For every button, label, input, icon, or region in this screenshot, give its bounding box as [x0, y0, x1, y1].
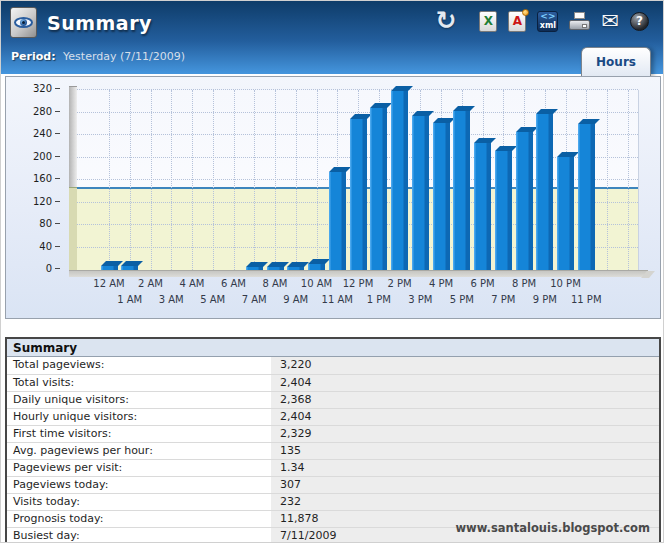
pageviews-document-eye-icon	[10, 7, 37, 38]
refresh-icon[interactable]: ↻	[435, 10, 456, 32]
table-row-label: Prognosis today:	[7, 511, 271, 527]
x-axis-label: 9 PM	[533, 294, 557, 305]
summary-table: Summary Total pageviews:3,220Total visit…	[5, 337, 661, 543]
table-row-label: Total visits:	[7, 375, 271, 391]
table-row-label: Pageviews today:	[7, 477, 271, 493]
x-axis-label: 4 AM	[179, 278, 204, 289]
table-row-label: Pageviews per visit:	[7, 460, 271, 476]
y-axis-label: 320	[6, 83, 60, 94]
period-bar: Period: Yesterday (7/11/2009)	[11, 50, 185, 63]
x-axis-label: 10 AM	[301, 278, 332, 289]
bar-top-face	[370, 103, 392, 108]
pdf-letter: A	[513, 15, 522, 27]
chart-panel: 12 AM1 AM2 AM3 AM4 AM5 AM6 AM7 AM8 AM9 A…	[5, 76, 661, 319]
export-xml-icon[interactable]: <> xml	[537, 11, 558, 32]
table-row: Hourly unique visitors:2,404	[7, 408, 659, 425]
y-axis-label: 280	[6, 106, 60, 117]
table-row-label: Total pageviews:	[7, 357, 271, 374]
bar-11pm	[578, 124, 595, 270]
printer-light	[582, 24, 587, 28]
help-icon[interactable]: ?	[630, 12, 649, 31]
print-icon[interactable]	[569, 12, 590, 30]
bar-4pm	[433, 123, 450, 270]
x-axis-label: 11 AM	[322, 294, 353, 305]
y-axis-label: 120	[6, 196, 60, 207]
table-row-value: 232	[271, 494, 659, 510]
table-row-value: 135	[271, 443, 659, 459]
stats-widget: Summary ↻ X A <> xml ✉ ? Perio	[0, 0, 664, 543]
export-pdf-icon[interactable]: A	[508, 11, 526, 32]
watermark: www.santalouis.blogspot.com	[455, 521, 650, 535]
toolbar: ↻ X A <> xml ✉ ?	[435, 10, 649, 32]
table-row: Daily unique visitors:2,368	[7, 391, 659, 408]
page-title: Summary	[47, 12, 152, 34]
chart-floor-3d	[69, 270, 648, 277]
gridline-vertical	[213, 90, 214, 270]
table-row-label: First time visitors:	[7, 426, 271, 442]
y-axis-label: 40	[6, 241, 60, 252]
y-axis-label: 160	[6, 173, 60, 184]
gridline-vertical	[275, 90, 276, 270]
table-row: Pageviews today:307	[7, 476, 659, 493]
bar-top-face	[516, 127, 538, 132]
gridline-vertical	[151, 90, 152, 270]
gridline-vertical	[628, 90, 629, 270]
x-axis-label: 6 PM	[470, 278, 494, 289]
bar-10pm	[557, 157, 574, 270]
gridline-vertical	[192, 90, 193, 270]
table-row-label: Avg. pageviews per hour:	[7, 443, 271, 459]
excel-letter: X	[484, 15, 493, 27]
table-row: Avg. pageviews per hour:135	[7, 442, 659, 459]
table-row-label: Busiest day:	[7, 528, 271, 543]
y-axis-label: 0	[6, 263, 60, 274]
x-axis-label: 8 PM	[512, 278, 536, 289]
bar-5pm	[453, 111, 470, 270]
bar-9pm	[536, 114, 553, 270]
bar-3pm	[412, 116, 429, 270]
x-axis-label: 5 AM	[200, 294, 225, 305]
x-axis-label: 8 AM	[262, 278, 287, 289]
gridline-vertical	[171, 90, 172, 270]
gridline-vertical	[607, 90, 608, 270]
x-axis-label: 2 PM	[387, 278, 411, 289]
y-axis-label: 80	[6, 218, 60, 229]
table-row-value: 2,404	[271, 409, 659, 425]
x-axis-label: 2 AM	[138, 278, 163, 289]
gridline-vertical	[234, 90, 235, 270]
x-axis-label: 5 PM	[450, 294, 474, 305]
x-axis-label: 1 AM	[117, 294, 142, 305]
y-axis-label: 200	[6, 151, 60, 162]
bar-top-face	[578, 119, 600, 124]
bar-top-face	[329, 167, 351, 172]
bar-top-face	[495, 146, 517, 151]
summary-rows: Total pageviews:3,220Total visits:2,404D…	[7, 357, 659, 543]
summary-table-title: Summary	[7, 339, 659, 357]
table-row: Pageviews per visit:1.34	[7, 459, 659, 476]
x-axis-label: 7 AM	[242, 294, 267, 305]
bar-top-face	[350, 114, 372, 119]
bar-top-face	[433, 118, 455, 123]
export-excel-icon[interactable]: X	[479, 11, 497, 32]
table-row-value: 2,329	[271, 426, 659, 442]
bar-2pm	[391, 91, 408, 270]
x-axis-label: 12 AM	[93, 278, 124, 289]
bar-7pm	[495, 151, 512, 270]
table-row: Total pageviews:3,220	[7, 357, 659, 374]
plot-area	[77, 90, 639, 270]
period-value: Yesterday (7/11/2009)	[63, 50, 185, 63]
pdf-star-badge	[522, 9, 529, 16]
gridline-vertical	[254, 90, 255, 270]
xml-angle-brackets: <>	[540, 12, 555, 21]
gridline-vertical	[296, 90, 297, 270]
email-icon[interactable]: ✉	[601, 12, 619, 30]
bar-top-face	[412, 111, 434, 116]
tab-hours[interactable]: Hours	[581, 47, 651, 76]
table-row-value: 307	[271, 477, 659, 493]
period-label: Period:	[11, 50, 56, 63]
x-axis-label: 3 PM	[408, 294, 432, 305]
x-axis-label: 4 PM	[429, 278, 453, 289]
y-axis-label: 240	[6, 128, 60, 139]
x-axis-label: 9 AM	[283, 294, 308, 305]
table-row-value: 3,220	[271, 357, 659, 374]
table-row-label: Hourly unique visitors:	[7, 409, 271, 425]
